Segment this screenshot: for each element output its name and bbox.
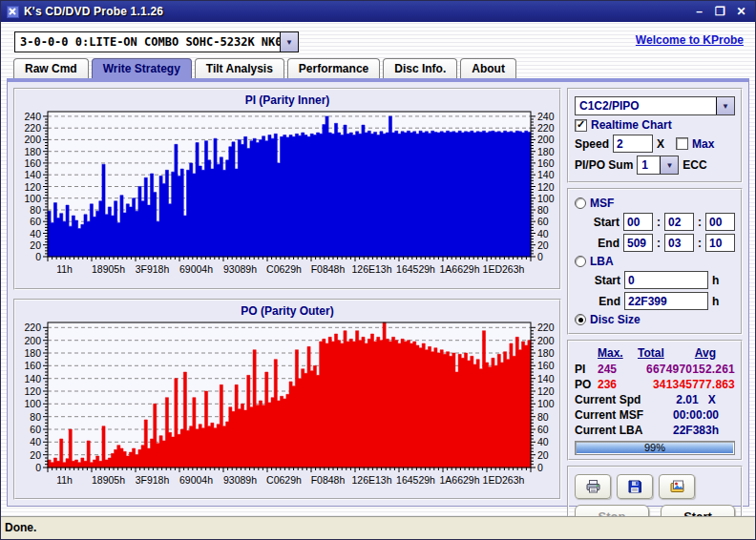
svg-text:140: 140 xyxy=(24,372,41,384)
current-speed-unit: X xyxy=(708,393,716,406)
svg-text:180: 180 xyxy=(24,347,41,359)
save-button[interactable] xyxy=(617,474,653,499)
lba-start-input[interactable] xyxy=(624,271,708,289)
title-bar: K's CD/DVD Probe 1.1.26 – ❐ ✕ xyxy=(1,1,755,22)
pi-chart-box: PI (Parity Inner) 0020204040606080801001… xyxy=(13,88,561,290)
svg-text:20: 20 xyxy=(30,239,41,251)
snapshot-button[interactable] xyxy=(659,474,695,499)
drive-select-dropdown-button[interactable]: ▼ xyxy=(280,32,298,52)
close-button[interactable]: ✕ xyxy=(733,5,749,19)
svg-text:200: 200 xyxy=(24,334,41,345)
po-chart-title: PO (Parity Outer) xyxy=(17,302,557,319)
range-group: MSF Start : : End : : LBA xyxy=(567,188,743,335)
svg-text:126E13h: 126E13h xyxy=(351,474,391,486)
lba-start-unit: h xyxy=(712,274,719,287)
printer-icon xyxy=(585,479,601,494)
msf-start-sec[interactable] xyxy=(664,213,694,231)
tab-write-strategy[interactable]: Write Strategy xyxy=(92,58,192,78)
msf-end-sec[interactable] xyxy=(664,234,694,252)
colon-separator: : xyxy=(698,216,702,229)
current-msf-row: Current MSF 00:00:00 xyxy=(575,408,735,422)
pipo-sum-label: PI/PO Sum xyxy=(575,158,633,172)
window-title: K's CD/DVD Probe 1.1.26 xyxy=(24,5,686,18)
lba-start-label: Start xyxy=(590,274,620,287)
tab-bar: Raw Cmd Write Strategy Tilt Analysis Per… xyxy=(1,58,755,78)
tab-about[interactable]: About xyxy=(460,58,516,78)
minimize-button[interactable]: – xyxy=(691,5,707,19)
stats-col-avg: Avg xyxy=(664,346,735,360)
svg-text:1ED263h: 1ED263h xyxy=(483,474,525,486)
stats-col-total: Total xyxy=(638,346,664,360)
pipo-sum-select[interactable]: 1 ▼ xyxy=(637,156,679,175)
stats-group: Max. Total Avg PI 245 6674970152.261 PO … xyxy=(567,340,743,461)
colon-separator: : xyxy=(698,237,702,250)
progress-percent-text: 99% xyxy=(576,442,734,454)
disc-size-label: Disc Size xyxy=(590,313,640,326)
tab-performance[interactable]: Performance xyxy=(287,58,380,78)
svg-text:0: 0 xyxy=(537,462,543,473)
svg-text:220: 220 xyxy=(537,122,555,134)
po-chart: 0020204040606080801001001201201401401601… xyxy=(17,319,557,488)
svg-text:220: 220 xyxy=(24,322,41,333)
stats-header: Max. Total Avg xyxy=(575,346,735,360)
colon-separator: : xyxy=(657,216,661,229)
svg-text:180: 180 xyxy=(537,146,555,157)
pi-chart: 0020204040606080801001001201201401401601… xyxy=(17,108,557,278)
print-button[interactable] xyxy=(575,474,611,499)
snapshot-image-icon xyxy=(669,479,685,494)
drive-select[interactable]: 3-0-0-0 0:LITE-ON COMBO SOHC-5232K NK07 … xyxy=(14,31,299,52)
msf-start-min[interactable] xyxy=(623,213,653,231)
pi-chart-title: PI (Parity Inner) xyxy=(17,92,557,108)
tab-disc-info[interactable]: Disc Info. xyxy=(383,58,457,78)
svg-text:93089h: 93089h xyxy=(223,474,257,486)
svg-text:40: 40 xyxy=(30,436,41,447)
msf-start-label: Start xyxy=(590,216,620,229)
current-speed-label: Current Spd xyxy=(575,393,657,406)
msf-end-frame[interactable] xyxy=(705,234,735,252)
realtime-chart-label: Realtime Chart xyxy=(591,118,672,132)
current-lba-label: Current LBA xyxy=(575,424,657,437)
mode-select-dropdown-button[interactable]: ▼ xyxy=(716,97,734,114)
max-speed-label: Max xyxy=(692,137,714,151)
svg-text:180: 180 xyxy=(537,347,555,359)
svg-text:120: 120 xyxy=(537,385,555,397)
svg-text:0: 0 xyxy=(35,251,41,262)
disc-size-radio[interactable] xyxy=(575,314,586,325)
chevron-down-icon: ▼ xyxy=(285,38,293,47)
lba-end-label: End xyxy=(590,295,620,308)
realtime-chart-checkbox[interactable] xyxy=(575,119,587,132)
pipo-sum-dropdown-button[interactable]: ▼ xyxy=(660,156,678,174)
speed-input[interactable] xyxy=(613,135,653,153)
svg-text:60: 60 xyxy=(537,216,549,227)
mode-select[interactable]: C1C2/PIPO ▼ xyxy=(575,96,735,115)
pipo-sum-value: 1 xyxy=(638,156,660,174)
po-avg-value: 77.863 xyxy=(699,378,735,391)
svg-text:126E13h: 126E13h xyxy=(351,263,391,275)
msf-end-min[interactable] xyxy=(623,234,653,252)
msf-radio[interactable] xyxy=(575,197,586,209)
svg-text:200: 200 xyxy=(537,334,555,345)
max-speed-checkbox[interactable] xyxy=(676,137,688,150)
svg-text:160: 160 xyxy=(537,157,555,169)
svg-text:69004h: 69004h xyxy=(179,263,213,275)
svg-text:80: 80 xyxy=(30,204,41,216)
lba-radio[interactable] xyxy=(575,256,586,267)
pi-total-value: 6674970 xyxy=(646,363,692,376)
tab-tilt-analysis[interactable]: Tilt Analysis xyxy=(195,58,284,78)
msf-start-frame[interactable] xyxy=(705,213,735,231)
maximize-button[interactable]: ❐ xyxy=(712,5,728,19)
svg-text:0: 0 xyxy=(35,462,41,473)
ecc-label: ECC xyxy=(682,158,706,172)
lba-end-input[interactable] xyxy=(624,292,708,310)
svg-text:220: 220 xyxy=(537,322,555,333)
app-icon xyxy=(7,6,19,18)
svg-text:1A6629h: 1A6629h xyxy=(439,474,479,486)
welcome-link[interactable]: Welcome to KProbe xyxy=(636,33,744,47)
svg-text:40: 40 xyxy=(30,228,41,239)
svg-text:160: 160 xyxy=(24,157,41,169)
mode-select-value: C1C2/PIPO xyxy=(576,97,716,114)
current-msf-label: Current MSF xyxy=(575,408,657,422)
drive-select-value: 3-0-0-0 0:LITE-ON COMBO SOHC-5232K NK07 xyxy=(15,32,280,52)
tab-raw-cmd[interactable]: Raw Cmd xyxy=(13,58,89,78)
svg-text:120: 120 xyxy=(24,385,41,397)
